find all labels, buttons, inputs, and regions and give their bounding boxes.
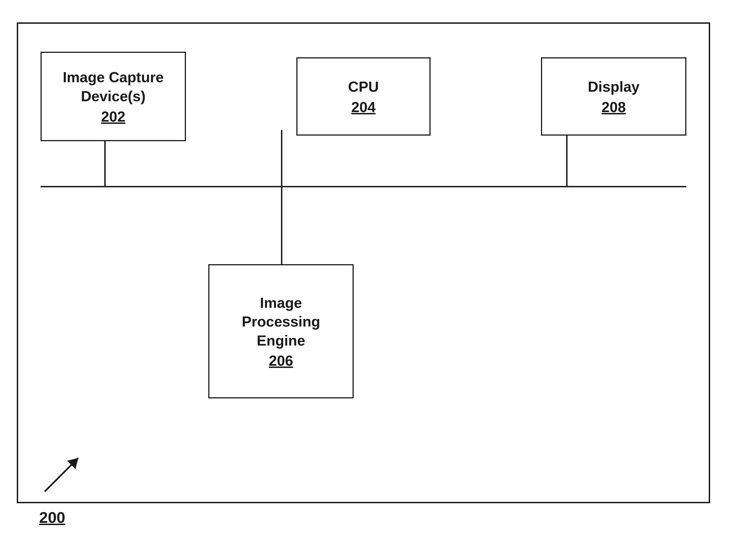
image-capture-title: Image Capture Device(s) [63, 68, 164, 106]
ipe-title-line1: Image [260, 295, 302, 311]
ipe-title-line2: Processing [242, 313, 320, 329]
image-processing-engine-box: Image Processing Engine 206 [208, 264, 354, 398]
display-title: Display [588, 78, 640, 96]
cpu-box: CPU 204 [296, 57, 431, 136]
connector-bus-to-ipe [281, 187, 282, 265]
arrow-area: 200 [34, 452, 84, 526]
image-capture-number: 202 [101, 108, 125, 125]
bus-line [41, 186, 686, 187]
outer-box: Image Capture Device(s) 202 CPU 204 Disp… [17, 22, 710, 503]
image-capture-box: Image Capture Device(s) 202 [41, 52, 186, 141]
ipe-number: 206 [269, 352, 293, 369]
page: Image Capture Device(s) 202 CPU 204 Disp… [0, 0, 742, 560]
ipe-title-line3: Engine [257, 333, 305, 349]
ipe-title: Image Processing Engine [242, 294, 320, 350]
cpu-title: CPU [348, 78, 379, 96]
arrow-icon [34, 452, 84, 503]
top-row: Image Capture Device(s) 202 CPU 204 Disp… [41, 52, 686, 141]
display-number: 208 [602, 99, 626, 115]
cpu-number: 204 [352, 99, 376, 115]
image-capture-title-line1: Image Capture [63, 69, 164, 85]
image-capture-title-line2: Device(s) [81, 88, 145, 104]
outer-box-label: 200 [39, 508, 84, 526]
connector-image-capture [104, 141, 106, 187]
display-box: Display 208 [541, 57, 686, 136]
